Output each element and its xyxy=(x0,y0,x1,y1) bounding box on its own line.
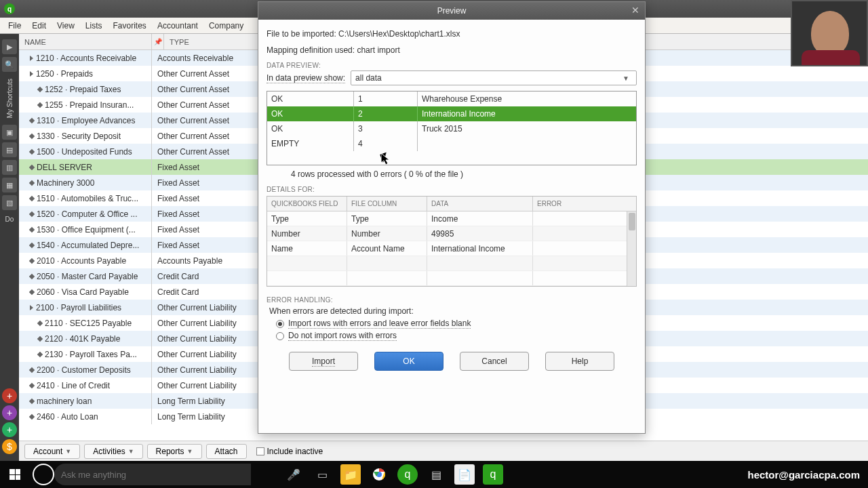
file-path: C:\Users\Hex\Desktop\chart1.xlsx xyxy=(338,29,460,39)
notepad-icon[interactable]: 📄 xyxy=(454,464,475,485)
details-col-error: ERROR xyxy=(533,197,636,211)
preview-rownum: 3 xyxy=(354,121,418,136)
data-preview-label: DATA PREVIEW: xyxy=(267,62,637,69)
file-to-import-row: File to be imported: C:\Users\Hex\Deskto… xyxy=(267,29,637,39)
quickbooks-active-icon[interactable]: q xyxy=(483,464,503,485)
mic-icon[interactable]: 🎤 xyxy=(283,464,304,485)
details-error xyxy=(533,271,636,285)
windows-taskbar: 🎤 ▭ 📁 q ▤ 📄 q hector@garciacpa.com xyxy=(0,461,868,488)
show-label: In data preview show: xyxy=(267,73,345,83)
details-col-data: DATA xyxy=(427,197,533,211)
radio-icon xyxy=(276,332,284,340)
data-preview-dropdown[interactable]: all data ▼ xyxy=(351,70,637,85)
preview-rownum: 2 xyxy=(354,106,418,121)
details-qbfield xyxy=(267,271,347,285)
details-qbfield xyxy=(267,256,347,270)
windows-logo-icon xyxy=(9,469,20,480)
explorer-icon[interactable]: 📁 xyxy=(340,464,361,485)
details-row[interactable]: NumberNumber49985 xyxy=(267,226,636,241)
close-icon[interactable]: ✕ xyxy=(631,5,639,16)
details-filecol xyxy=(347,271,427,285)
radio-import-with-errors[interactable]: Import rows with errors and leave error … xyxy=(276,319,637,329)
details-col-qbfield: QUICKBOOKS FIELD xyxy=(267,197,347,211)
details-data: Income xyxy=(427,211,533,226)
details-row[interactable]: TypeTypeIncome xyxy=(267,211,636,226)
cortana-icon[interactable] xyxy=(33,464,54,485)
preview-row[interactable]: EMPTY4 xyxy=(267,136,636,151)
summary-row: 4 rows processed with 0 errors ( 0 % of … xyxy=(291,169,637,179)
ok-button[interactable]: OK xyxy=(374,352,443,371)
preview-dialog: Preview ✕ File to be imported: C:\Users\… xyxy=(258,1,646,434)
dialog-titlebar: Preview ✕ xyxy=(258,2,645,20)
radio-skip-errors[interactable]: Do not import rows with errors xyxy=(276,331,637,341)
app-icon-1[interactable]: ▤ xyxy=(426,464,446,485)
radio-icon xyxy=(276,320,284,328)
preview-row[interactable]: OK3Truck 2015 xyxy=(267,121,636,136)
details-error xyxy=(533,241,636,256)
start-button[interactable] xyxy=(0,461,30,488)
preview-table: OK1Wharehouse ExpenseOK2International In… xyxy=(267,91,637,165)
details-filecol: Account Name xyxy=(347,241,427,256)
details-data xyxy=(427,271,533,285)
preview-status: OK xyxy=(267,121,354,136)
tray-text: hector@garciacpa.com xyxy=(747,469,868,481)
details-data: International Income xyxy=(427,241,533,256)
preview-desc: Truck 2015 xyxy=(418,121,636,136)
preview-status: EMPTY xyxy=(267,136,354,151)
chrome-icon[interactable] xyxy=(369,464,389,485)
mapping-row: Mapping definition used: chart import xyxy=(267,45,637,55)
details-data xyxy=(427,256,533,270)
details-error xyxy=(533,256,636,270)
details-error xyxy=(533,226,636,241)
details-col-filecol: FILE COLUMN xyxy=(347,197,427,211)
details-for-label: DETAILS FOR: xyxy=(267,186,637,193)
preview-rownum: 4 xyxy=(354,136,418,151)
quickbooks-icon[interactable]: q xyxy=(397,464,418,485)
details-row[interactable] xyxy=(267,256,636,271)
details-scrollbar[interactable] xyxy=(627,211,636,286)
details-filecol: Number xyxy=(347,226,427,241)
cancel-button[interactable]: Cancel xyxy=(460,352,529,371)
import-button[interactable]: Import xyxy=(289,352,358,371)
details-row[interactable] xyxy=(267,271,636,286)
details-data: 49985 xyxy=(427,226,533,241)
details-error xyxy=(533,211,636,226)
dropdown-value: all data xyxy=(355,73,382,83)
preview-desc: International Income xyxy=(418,106,636,121)
preview-desc: Wharehouse Expense xyxy=(418,92,636,106)
details-table: QUICKBOOKS FIELD FILE COLUMN DATA ERROR … xyxy=(267,196,637,287)
dialog-title: Preview xyxy=(437,6,467,16)
taskview-icon[interactable]: ▭ xyxy=(312,464,332,485)
preview-row[interactable]: OK1Wharehouse Expense xyxy=(267,92,636,106)
taskbar-search-input[interactable] xyxy=(54,464,251,485)
preview-desc xyxy=(418,136,636,151)
details-qbfield: Number xyxy=(267,226,347,241)
help-button[interactable]: Help xyxy=(545,352,614,371)
error-handling-label: ERROR HANDLING: xyxy=(267,296,637,304)
webcam-overlay xyxy=(791,0,868,66)
preview-row[interactable]: OK2International Income xyxy=(267,106,636,121)
chevron-down-icon: ▼ xyxy=(620,75,632,82)
details-row[interactable]: NameAccount NameInternational Income xyxy=(267,241,636,256)
modal-overlay: Preview ✕ File to be imported: C:\Users\… xyxy=(0,0,868,488)
details-filecol: Type xyxy=(347,211,427,226)
details-qbfield: Type xyxy=(267,211,347,226)
preview-rownum: 1 xyxy=(354,92,418,106)
preview-status: OK xyxy=(267,106,354,121)
mapping-value: chart import xyxy=(357,45,399,55)
details-qbfield: Name xyxy=(267,241,347,256)
details-filecol xyxy=(347,256,427,270)
error-prompt: When errors are detected during import: xyxy=(269,306,637,316)
preview-status: OK xyxy=(267,92,354,106)
